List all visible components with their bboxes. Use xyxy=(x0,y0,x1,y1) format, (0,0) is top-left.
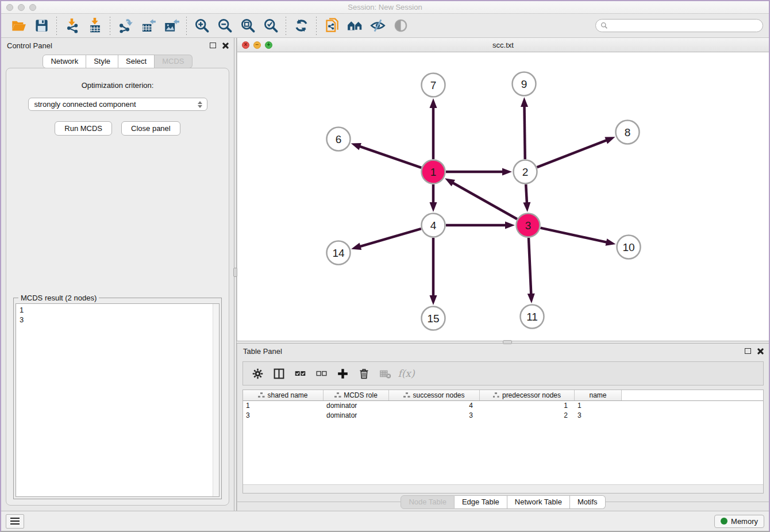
tab-network-table[interactable]: Network Table xyxy=(507,495,570,509)
show-column-panel-button[interactable] xyxy=(270,365,287,382)
table-row[interactable]: 3dominator323 xyxy=(243,411,763,421)
table-horizontal-scrollbar[interactable] xyxy=(243,484,763,493)
table-cell[interactable]: dominator xyxy=(324,411,389,421)
table-cell[interactable]: 2 xyxy=(480,411,575,421)
table-cell[interactable]: 1 xyxy=(480,401,575,411)
graph-edge-1-6[interactable] xyxy=(351,143,421,168)
zoom-in-button[interactable] xyxy=(190,16,213,36)
table-cell[interactable]: 3 xyxy=(243,411,324,421)
node-table-body: 1dominator4113dominator323 xyxy=(243,401,763,421)
graph-edge-1-2[interactable] xyxy=(446,168,512,176)
graph-edge-3-1[interactable] xyxy=(445,178,517,219)
graph-node-10[interactable]: 10 xyxy=(617,236,641,259)
add-column-button[interactable] xyxy=(334,365,351,382)
task-history-button[interactable] xyxy=(6,514,24,529)
graph-node-4[interactable]: 4 xyxy=(422,214,445,237)
memory-button[interactable]: Memory xyxy=(714,515,764,528)
graph-node-11[interactable]: 11 xyxy=(521,305,544,329)
graph-node-6[interactable]: 6 xyxy=(327,128,351,151)
graph-edge-4-14[interactable] xyxy=(351,229,421,250)
tab-select[interactable]: Select xyxy=(118,55,155,68)
open-session-button[interactable] xyxy=(7,16,30,36)
deselect-all-columns-button[interactable] xyxy=(313,365,330,382)
tab-style[interactable]: Style xyxy=(86,55,118,68)
tab-node-table[interactable]: Node Table xyxy=(401,495,455,509)
table-cell[interactable]: 4 xyxy=(389,401,480,411)
graph-edge-1-7[interactable] xyxy=(430,98,437,159)
graph-edge-3-10[interactable] xyxy=(540,228,615,246)
new-network-from-selection-button[interactable] xyxy=(320,16,343,36)
horizontal-splitter[interactable] xyxy=(237,341,769,344)
graph-edge-2-3[interactable] xyxy=(523,184,530,212)
houses-icon xyxy=(347,18,363,33)
select-all-columns-button[interactable] xyxy=(291,365,309,382)
result-line: 1 xyxy=(20,305,209,315)
zoom-fit-button[interactable] xyxy=(236,16,259,36)
graph-node-15[interactable]: 15 xyxy=(422,307,445,330)
table-cell[interactable]: dominator xyxy=(324,401,389,411)
export-table-icon xyxy=(141,18,156,33)
graph-node-3[interactable]: 3 xyxy=(517,214,540,237)
refresh-view-button[interactable] xyxy=(290,16,313,36)
table-cell[interactable]: 1 xyxy=(243,401,324,411)
float-panel-icon[interactable] xyxy=(210,43,216,48)
import-table-button[interactable] xyxy=(83,16,106,36)
graph-edge-3-11[interactable] xyxy=(528,238,535,303)
search-input[interactable] xyxy=(608,22,758,30)
table-cell[interactable]: 3 xyxy=(389,411,480,421)
graph-node-2[interactable]: 2 xyxy=(514,160,537,184)
close-panel-icon[interactable] xyxy=(757,348,763,354)
run-mcds-button[interactable]: Run MCDS xyxy=(55,121,112,136)
close-panel-button[interactable]: Close panel xyxy=(121,121,180,136)
graph-node-14[interactable]: 14 xyxy=(327,241,351,265)
tab-motifs[interactable]: Motifs xyxy=(570,495,606,509)
result-scrollbar[interactable] xyxy=(213,304,219,496)
hide-graphics-details-button[interactable] xyxy=(366,16,389,36)
float-panel-icon[interactable] xyxy=(745,348,751,354)
graph-edge-4-15[interactable] xyxy=(430,238,437,305)
export-table-button[interactable] xyxy=(137,16,160,36)
graph-edge-2-9[interactable] xyxy=(521,97,528,159)
column-header-mcds-role[interactable]: MCDS role xyxy=(324,390,389,400)
search-field[interactable] xyxy=(595,19,763,32)
graph-edge-4-3[interactable] xyxy=(446,222,515,229)
graph-edge-2-8[interactable] xyxy=(537,137,615,167)
delete-column-button[interactable] xyxy=(355,365,372,382)
graph-node-9[interactable]: 9 xyxy=(513,72,536,96)
columns-icon xyxy=(273,368,285,380)
control-panel-header: Control Panel xyxy=(1,38,234,53)
zoom-selected-button[interactable] xyxy=(259,16,282,36)
graph-node-8[interactable]: 8 xyxy=(616,121,640,144)
zoom-out-button[interactable] xyxy=(213,16,236,36)
splitter-handle[interactable] xyxy=(233,268,237,277)
save-session-button[interactable] xyxy=(30,16,53,36)
close-panel-icon[interactable] xyxy=(222,43,228,49)
network-canvas[interactable]: 7968124314101511 xyxy=(237,52,769,341)
column-header-successor-nodes[interactable]: successor nodes xyxy=(389,390,480,400)
save-icon xyxy=(34,18,49,33)
tab-mcds[interactable]: MCDS xyxy=(155,55,192,68)
column-header-name[interactable]: name xyxy=(575,390,622,400)
control-panel-tab-strip: NetworkStyleSelectMCDS xyxy=(1,55,234,68)
graph-edge-1-4[interactable] xyxy=(430,184,437,212)
export-network-button[interactable] xyxy=(114,16,137,36)
column-header-predecessor-nodes[interactable]: predecessor nodes xyxy=(480,390,575,400)
graph-node-7[interactable]: 7 xyxy=(422,74,445,97)
mcds-result-title: MCDS result (2 nodes) xyxy=(18,294,99,302)
import-network-button[interactable] xyxy=(60,16,83,36)
mcds-result-area[interactable]: 13 xyxy=(16,303,220,497)
table-settings-button[interactable] xyxy=(249,365,266,382)
neighbors-houses-button[interactable] xyxy=(343,16,366,36)
vertical-splitter[interactable] xyxy=(234,38,237,511)
table-row[interactable]: 1dominator411 xyxy=(243,401,763,411)
column-header-shared-name[interactable]: shared name xyxy=(243,390,324,400)
optimization-criterion-dropdown[interactable]: strongly connected component xyxy=(28,98,207,111)
tab-network[interactable]: Network xyxy=(43,55,86,68)
table-cell[interactable]: 1 xyxy=(575,401,622,411)
table-cell[interactable]: 3 xyxy=(575,411,622,421)
export-image-button[interactable] xyxy=(160,16,183,36)
graph-node-1[interactable]: 1 xyxy=(422,160,445,184)
column-label: MCDS role xyxy=(344,391,378,399)
splitter-handle[interactable] xyxy=(503,340,512,344)
tab-edge-table[interactable]: Edge Table xyxy=(455,495,507,509)
